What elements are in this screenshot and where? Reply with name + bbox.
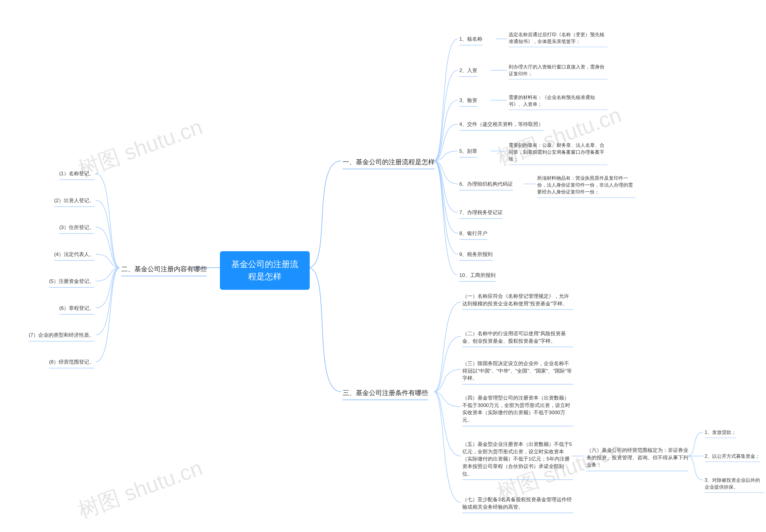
b2-item-8[interactable]: (8）经营范围登记。 <box>49 357 94 368</box>
b2-item-3[interactable]: (3）住所登记。 <box>59 223 94 234</box>
b2-item-1[interactable]: (1）名称登记。 <box>59 169 94 180</box>
b2-item-6[interactable]: (6）章程登记。 <box>59 304 94 315</box>
b1-item-6-desc: 所须材料物品有：营业执照原件及复印件一份，法人身份证复印件一份，非法人办理的需要… <box>537 173 636 198</box>
b3-6-sub-1[interactable]: 1、发放贷款； <box>705 428 736 438</box>
branch-2[interactable]: 二、基金公司注册内容有哪些 <box>121 263 207 276</box>
root-title: 基金公司的注册流程是怎样 <box>231 260 298 281</box>
b3-6-sub-2[interactable]: 2、以公开方式募集资金； <box>705 452 760 462</box>
b1-item-9[interactable]: 9、税务所报到 <box>459 250 493 261</box>
b3-item-3[interactable]: （三）除国务院决定设立的企业外，企业名称不得冠以"中国"、"中华"、"全国"、"… <box>462 359 573 385</box>
b1-item-6-label[interactable]: 6、办理组织机构代码证 <box>459 179 513 190</box>
b2-item-7[interactable]: (7）企业的类型和经济性质。 <box>29 330 94 342</box>
root-node[interactable]: 基金公司的注册流程是怎样 <box>220 251 310 290</box>
b1-item-1-label[interactable]: 1、核名称 <box>459 34 482 45</box>
b3-6-sub-3[interactable]: 3、对除被投资企业以外的企业提供担保。 <box>705 475 765 493</box>
b3-item-1[interactable]: （一）名称应符合《名称登记管理规定》，允许达到规模的投资企业名称使用"投资基金"… <box>462 292 573 310</box>
b1-item-8[interactable]: 8、银行开户 <box>459 229 488 240</box>
b1-item-2-label[interactable]: 2、入资 <box>459 66 477 77</box>
branch-3[interactable]: 三、基金公司注册条件有哪些 <box>342 386 428 400</box>
b1-item-7[interactable]: 7、办理税务登记证 <box>459 208 503 219</box>
b2-item-2[interactable]: (2）出资人登记。 <box>54 196 94 207</box>
b1-item-3-label[interactable]: 3、验资 <box>459 96 477 107</box>
b3-item-6[interactable]: （六）基金公司的经营范围核定为：非证券业务的投资、投资管理、咨询。但不得从事下列… <box>587 446 688 471</box>
b1-item-1-desc: 选定名称后通过后打印《名称（变更）预先核准通知书》，全体股东亲笔签字； <box>509 30 607 47</box>
b2-item-5[interactable]: (5）注册资金登记。 <box>49 277 94 288</box>
b1-item-3-desc: 需要的材料有：《企业名称预先核准通知书》、入资单； <box>509 93 607 110</box>
branch-1[interactable]: 一、基金公司的注册流程是怎样 <box>342 156 435 169</box>
b3-item-7[interactable]: （七）至少配备3名具备股权投资基金管理运作经验或相关业务经验的高管。 <box>462 495 573 513</box>
mindmap-canvas: 树图 shutu.cn 树图 shutu.cn 树图 shutu.cn 树图 s… <box>0 0 766 532</box>
b3-item-4[interactable]: （四）基金管理型公司的注册资本（出资数额）不低于3000万元，全部为货币形式出资… <box>462 393 573 426</box>
b1-item-5-desc: 需要刻的章有：公章、财务章、法人名章、合同章，刻章前需到公安局备案窗口办理备案手… <box>509 141 607 165</box>
b2-item-4[interactable]: (4）法定代表人。 <box>54 250 94 261</box>
watermark: 树图 shutu.cn <box>74 454 206 525</box>
b1-item-4[interactable]: 4、交件（递交相关资料，等待取照） <box>459 120 543 131</box>
b3-item-2[interactable]: （二）名称中的行业用语可以使用"风险投资基金、创业投资基金、股权投资基金"字样。 <box>462 329 573 347</box>
b1-item-10[interactable]: 10、工商所报到 <box>459 271 496 282</box>
b1-item-5-label[interactable]: 5、刻章 <box>459 147 477 158</box>
b3-item-5[interactable]: （五）基金型企业注册资本（出资数额）不低于5亿元，全部为货币形式出资，设立时实收… <box>462 440 573 480</box>
b1-item-2-desc: 到办理大厅的入资银行窗口直接入资，需身份证复印件； <box>509 62 607 80</box>
